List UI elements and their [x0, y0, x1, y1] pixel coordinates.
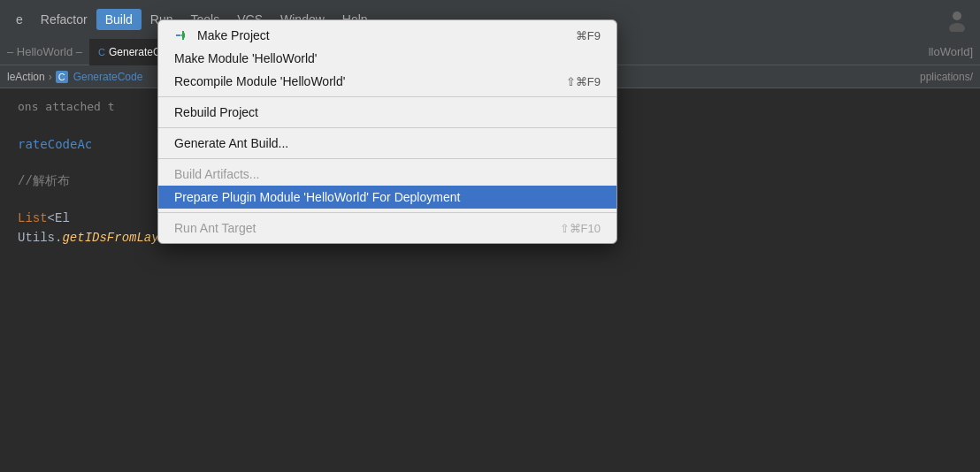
dropdown-overlay: Make Project ⌘F9 Make Module 'HelloWorld… [0, 0, 980, 472]
divider-2 [158, 127, 616, 128]
build-menu-item-make-project[interactable]: Make Project ⌘F9 [158, 24, 616, 47]
build-menu-item-build-artifacts: Build Artifacts... [158, 163, 616, 186]
build-artifacts-label: Build Artifacts... [174, 167, 259, 181]
build-menu-item-rebuild-project[interactable]: Rebuild Project [158, 101, 616, 124]
divider-3 [158, 158, 616, 159]
generate-ant-label: Generate Ant Build... [174, 136, 288, 150]
build-menu-item-make-module[interactable]: Make Module 'HelloWorld' [158, 47, 616, 70]
rebuild-project-label: Rebuild Project [174, 105, 258, 119]
build-menu-item-run-ant: Run Ant Target ⇧⌘F10 [158, 217, 616, 240]
run-ant-shortcut: ⇧⌘F10 [560, 222, 601, 235]
recompile-module-label: Recompile Module 'HelloWorld' [174, 74, 345, 88]
make-project-icon [174, 28, 188, 42]
build-menu-item-recompile-module[interactable]: Recompile Module 'HelloWorld' ⇧⌘F9 [158, 70, 616, 93]
recompile-module-shortcut: ⇧⌘F9 [566, 75, 601, 88]
run-ant-label: Run Ant Target [174, 221, 256, 235]
make-module-label: Make Module 'HelloWorld' [174, 51, 318, 65]
svg-rect-3 [176, 34, 180, 36]
divider-1 [158, 96, 616, 97]
build-menu-item-prepare-plugin[interactable]: Prepare Plugin Module 'HelloWorld' For D… [158, 186, 616, 209]
prepare-plugin-label: Prepare Plugin Module 'HelloWorld' For D… [174, 190, 460, 204]
divider-4 [158, 212, 616, 213]
make-project-label: Make Project [174, 28, 270, 42]
build-menu: Make Project ⌘F9 Make Module 'HelloWorld… [157, 19, 617, 244]
make-project-shortcut: ⌘F9 [576, 29, 601, 42]
build-menu-item-generate-ant[interactable]: Generate Ant Build... [158, 132, 616, 155]
